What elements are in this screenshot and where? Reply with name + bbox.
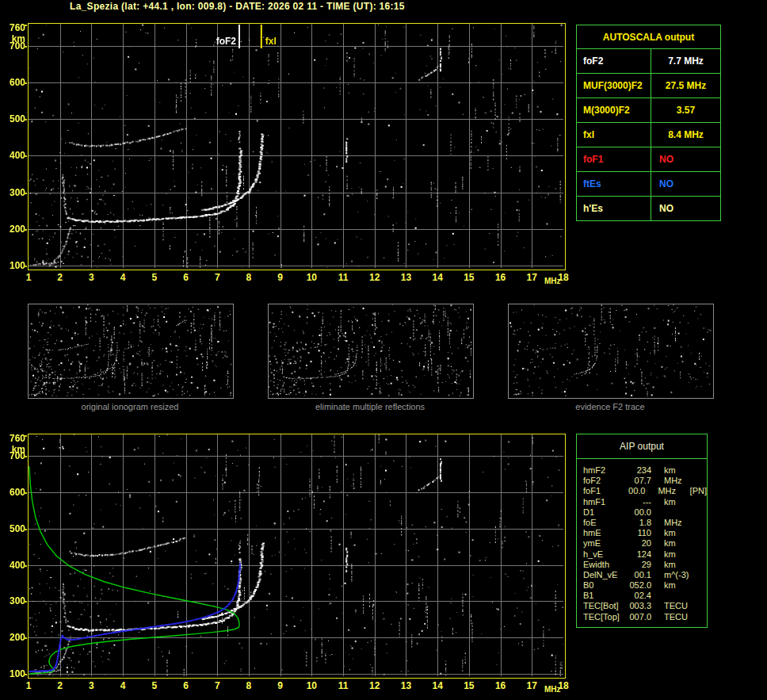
aip-row: TEC[Top]007.0TECU [583,612,707,622]
y-tick-label: 400 [1,560,25,571]
aip-row: h_vE124km [583,549,707,560]
y-axis-tickmark [24,435,27,437]
autoscala-row-label: fxI [577,123,651,147]
x-tick-label: 9 [272,273,289,283]
y-axis-tickmark [24,492,27,494]
aip-row: foF207.7MHz [583,476,707,486]
x-tick-label: 15 [460,681,478,691]
autoscala-table-title: AUTOSCALA output [577,25,721,49]
aip-row-value: 00.1 [624,570,651,580]
x-tick-label: 16 [492,681,509,691]
autoscala-row: foF1NO [577,147,721,172]
x-tick-label: 6 [177,681,195,691]
x-tick-label: 17 [523,273,540,283]
x-tick-label: 10 [303,273,320,283]
aip-row: B102.4 [583,591,707,601]
autoscala-row-label: ftEs [577,172,651,197]
aip-row: hmF1---km [583,497,707,507]
aip-row-label: D1 [583,507,624,518]
x-tick-label: 5 [146,273,163,283]
autoscala-row-value: 3.57 [651,98,721,123]
x-tick-label: 7 [208,273,226,283]
aip-row-unit: km [664,497,699,507]
aip-row-unit: km [664,538,699,549]
aip-row: TEC[Bot]003.3TECU [583,601,707,611]
thumbnail-caption-1: original ionogram resized [28,402,232,411]
y-axis-tickmark [24,155,27,157]
aip-row-value: 00.0 [624,507,651,518]
autoscala-row-label: foF2 [577,49,651,74]
thumbnail-canvas-3 [509,304,712,396]
aip-row: B0052.0km [583,580,707,591]
ionogram-canvas-top [29,24,563,268]
aip-row-value: 00.0 [620,486,645,496]
aip-row-value: 234 [624,465,651,476]
aip-row-unit [664,591,699,601]
x-tick-label: 1 [20,273,37,283]
x-tick-label: 10 [303,681,320,691]
x-tick-label: 14 [429,273,446,283]
fof2-marker-label: foF2 [204,36,236,47]
x-tick-label: 7 [208,681,226,691]
autoscala-row: fxI8.4 MHz [577,123,721,147]
aip-row-value: 052.0 [624,580,651,591]
y-tick-label: 200 [1,224,25,235]
x-axis-unit-label: MHz [544,684,561,694]
y-tick-label: 600 [1,78,25,88]
x-tick-label: 3 [82,273,100,283]
x-tick-label: 11 [334,681,352,691]
ionogram-canvas-bottom [29,434,563,676]
aip-row-unit: m^(-3) [664,570,699,580]
autoscala-row-value: NO [651,147,721,172]
x-tick-label: 3 [82,681,100,691]
x-tick-label: 4 [114,273,132,283]
y-axis-tickmark [24,637,27,639]
aip-row-label: TEC[Top] [583,612,624,622]
autoscala-row-label: MUF(3000)F2 [577,74,651,98]
y-tick-label: 100 [1,669,25,679]
y-tick-label: 500 [1,524,25,534]
x-tick-label: 12 [366,681,384,691]
aip-row: Ewidth29km [583,560,707,570]
y-tick-label: 300 [1,596,25,606]
aip-row: hmE110km [583,528,707,538]
ionogram-plot-bottom [28,434,566,679]
aip-row-value: 007.0 [624,612,651,622]
y-axis-tickmark [24,601,27,602]
x-tick-label: 8 [240,681,258,691]
y-axis-tickmark [24,229,27,231]
x-tick-label: 9 [272,681,289,691]
y-axis-tickmark [24,82,27,84]
x-tick-label: 16 [492,273,509,283]
x-tick-label: 8 [240,273,258,283]
aip-row-label: ymE [583,538,624,549]
y-axis-tickmark [24,25,27,26]
autoscala-row-value: 8.4 MHz [651,123,721,147]
aip-row-value: 02.4 [624,591,651,601]
aip-row-label: foF1 [583,486,620,496]
thumbnail-canvas-2 [269,304,471,396]
y-tick-label: 300 [1,188,25,198]
x-tick-label: 13 [397,273,414,283]
y-axis-tickmark [24,46,27,48]
y-axis-tickmark [24,565,27,567]
aip-row-label: hmE [583,528,624,538]
autoscala-row: MUF(3000)F227.5 MHz [577,74,721,98]
thumbnail-canvas-1 [29,304,231,396]
page-title: La_Spezia (lat: +44.1 , lon: 009.8) - DA… [70,1,405,12]
aip-row-label: B1 [583,591,624,601]
autoscala-row-label: h'Es [577,197,651,221]
autoscala-row-label: M(3000)F2 [577,98,651,123]
aip-row-unit: MHz [664,518,699,528]
thumbnail-caption-3: evidence F2 trace [508,402,712,411]
autoscala-row-value: 27.5 MHz [651,74,721,98]
y-tick-label: 600 [1,488,25,498]
aip-row-value: --- [624,497,651,507]
autoscala-row: M(3000)F23.57 [577,98,721,123]
aip-row-unit: km [664,465,699,476]
aip-row: DelN_vE00.1m^(-3) [583,570,707,580]
autoscala-header-row: AUTOSCALA output [577,25,721,49]
aip-row-extra: [PN] [690,486,707,496]
autoscala-screen: { "title": "La_Spezia (lat: +44.1 , lon:… [0,0,767,700]
aip-row-value: 20 [624,538,651,549]
